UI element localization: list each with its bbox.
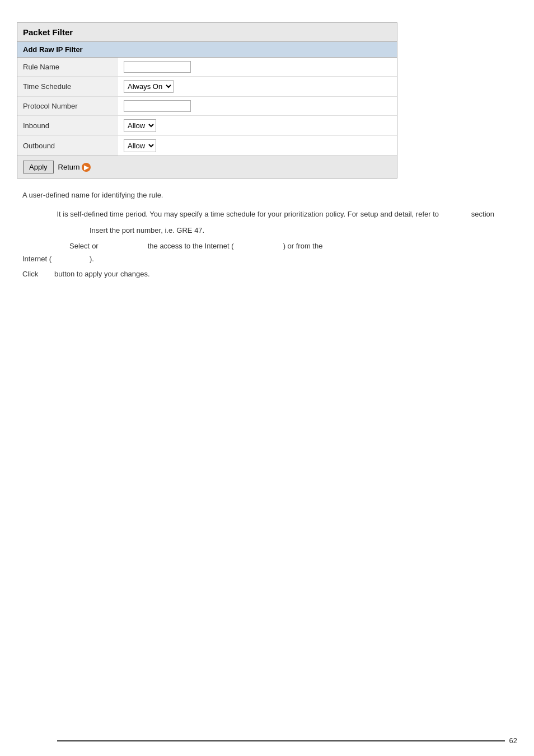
time-schedule-description: It is self-defined time period. You may …	[22, 209, 512, 220]
rule-name-input[interactable]	[124, 61, 191, 73]
form-table: Rule Name Time Schedule Always On Custom…	[17, 58, 397, 156]
rule-name-label: Rule Name	[17, 58, 118, 77]
inbound-select[interactable]: Allow Deny	[124, 119, 156, 132]
return-icon[interactable]: ▶	[82, 163, 91, 172]
time-schedule-desc-text: It is self-defined time period. You may …	[57, 210, 439, 218]
footer-line: 62	[57, 736, 517, 745]
time-schedule-select[interactable]: Always On Custom	[124, 80, 174, 93]
return-label: Return	[58, 163, 80, 171]
outbound-label: Outbound	[17, 136, 118, 156]
packet-filter-title: Packet Filter	[17, 23, 397, 42]
protocol-number-row: Protocol Number	[17, 97, 397, 116]
click-label: Click	[22, 270, 38, 278]
internet-label: Internet (	[22, 255, 51, 263]
rule-name-desc-text: A user-defined name for identifying the …	[22, 191, 163, 199]
inbound-label: Inbound	[17, 116, 118, 136]
time-schedule-label: Time Schedule	[17, 77, 118, 97]
internet-close: ).	[90, 255, 94, 263]
click-description: Click button to apply your changes.	[22, 269, 512, 280]
click-desc: button to apply your changes.	[54, 270, 150, 278]
access-text: the access to the Internet (	[148, 242, 234, 250]
inbound-row: Inbound Allow Deny	[17, 116, 397, 136]
time-schedule-section-text: section	[471, 210, 494, 218]
apply-button[interactable]: Apply	[23, 161, 54, 173]
close-text: ) or from the	[283, 242, 323, 250]
page-footer: 62	[57, 736, 517, 745]
page-number: 62	[505, 736, 517, 745]
protocol-description: Insert the port number, i.e. GRE 47.	[90, 225, 512, 236]
footer-rule	[57, 740, 505, 741]
inbound-description-row: Select or the access to the Internet ( )…	[22, 242, 512, 250]
internet-row: Internet ( ).	[22, 255, 512, 263]
rule-name-description: A user-defined name for identifying the …	[22, 190, 512, 201]
packet-filter-container: Packet Filter Add Raw IP Filter Rule Nam…	[17, 22, 397, 179]
time-schedule-row: Time Schedule Always On Custom	[17, 77, 397, 97]
actions-row: Apply Return ▶	[17, 156, 397, 178]
protocol-number-label: Protocol Number	[17, 97, 118, 116]
protocol-desc-text: Insert the port number, i.e. GRE 47.	[90, 226, 204, 234]
outbound-row: Outbound Allow Deny	[17, 136, 397, 156]
protocol-number-input[interactable]	[124, 100, 191, 112]
description-section: A user-defined name for identifying the …	[17, 190, 517, 279]
outbound-select[interactable]: Allow Deny	[124, 139, 156, 152]
return-button[interactable]: Return ▶	[58, 163, 91, 172]
or-text: or	[92, 242, 99, 250]
rule-name-row: Rule Name	[17, 58, 397, 77]
section-header: Add Raw IP Filter	[17, 42, 397, 58]
select-text: Select	[69, 242, 90, 250]
